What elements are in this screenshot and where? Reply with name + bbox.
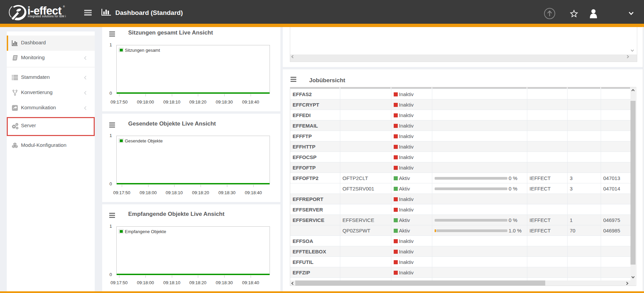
svg-text:integrated solutions for IBM i: integrated solutions for IBM i — [28, 15, 66, 18]
svg-text:®: ® — [63, 5, 65, 8]
